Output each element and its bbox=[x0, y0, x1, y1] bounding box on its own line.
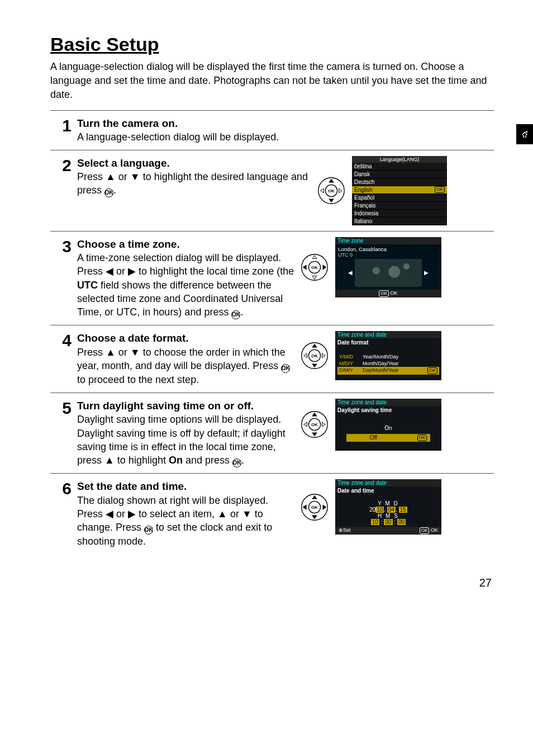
lang-option: Deutsch bbox=[352, 178, 447, 186]
screen-footer: ⊕Set OK OK bbox=[335, 527, 441, 535]
svg-point-1 bbox=[526, 131, 527, 133]
svg-text:OK: OK bbox=[311, 422, 318, 427]
svg-marker-19 bbox=[312, 344, 317, 348]
dpad-up-down-icon: OK bbox=[298, 408, 331, 441]
svg-marker-14 bbox=[303, 264, 307, 270]
step-number: 2 bbox=[50, 156, 72, 174]
up-icon: ▲ bbox=[217, 508, 227, 519]
svg-marker-6 bbox=[329, 199, 334, 202]
ymd-labels: Y M D bbox=[340, 500, 437, 507]
svg-text:OK: OK bbox=[328, 188, 335, 193]
page-number: 27 bbox=[50, 577, 494, 589]
svg-marker-5 bbox=[329, 178, 334, 182]
svg-marker-15 bbox=[323, 264, 327, 270]
svg-marker-21 bbox=[304, 353, 307, 358]
step-text: A time-zone selection dialog will be dis… bbox=[77, 251, 295, 319]
world-map bbox=[355, 259, 422, 287]
step-text: The dialog shown at right will be displa… bbox=[77, 494, 295, 549]
hms-labels: H M S bbox=[340, 513, 437, 519]
step-text: Press ▲ or ▼ to choose the order in whic… bbox=[77, 346, 295, 387]
step-title: Set the date and time. bbox=[77, 479, 295, 494]
dpad-left-right-icon: OK bbox=[298, 251, 331, 284]
up-icon: ▲ bbox=[106, 347, 116, 358]
screen-subtitle: Date format bbox=[335, 338, 441, 350]
up-icon: ▲ bbox=[104, 455, 115, 466]
step-text: Daylight saving time options will be dis… bbox=[77, 413, 295, 467]
step-6: 6 Set the date and time. The dialog show… bbox=[50, 474, 494, 554]
lang-option: Italiano bbox=[352, 218, 447, 225]
ok-icon: OK bbox=[232, 459, 241, 467]
step-title: Choose a time zone. bbox=[77, 237, 295, 252]
ok-icon: OK bbox=[104, 188, 113, 197]
svg-marker-34 bbox=[312, 515, 317, 519]
svg-text:OK: OK bbox=[311, 353, 318, 358]
setup-tab-icon bbox=[520, 129, 530, 139]
timezone-screen: Time zone London, Casablanca UTC 0 ◀ ▶ O… bbox=[335, 237, 441, 297]
dpad-all-icon: OK bbox=[298, 491, 331, 523]
intro-text: A language-selection dialog will be disp… bbox=[50, 60, 494, 102]
svg-marker-27 bbox=[312, 433, 317, 437]
datetime-screen: Time zone and date Date and time Y M D 2… bbox=[335, 479, 441, 535]
dpad-up-down-icon: OK bbox=[298, 339, 331, 372]
svg-marker-26 bbox=[312, 413, 317, 417]
dpad-up-down-icon: OK bbox=[315, 174, 348, 207]
left-icon: ◀ bbox=[106, 266, 113, 277]
ok-badge: OK bbox=[417, 434, 427, 441]
language-screen: Language(LANG) čeština Dansk Deutsch Eng… bbox=[352, 156, 447, 225]
screen-title: Language(LANG) bbox=[352, 156, 447, 163]
left-icon: ◀ bbox=[348, 270, 353, 276]
side-tab bbox=[516, 124, 533, 144]
svg-text:OK: OK bbox=[311, 264, 318, 270]
dateformat-screen: Time zone and date Date format Y/M/DYear… bbox=[335, 331, 441, 380]
step-number: 5 bbox=[50, 399, 72, 417]
step-number: 6 bbox=[50, 479, 72, 497]
screen-title: Time zone and date bbox=[335, 331, 441, 338]
df-option-selected: D/M/YDay/Month/YearOK bbox=[337, 367, 439, 375]
tz-location: London, Casablanca bbox=[338, 246, 439, 252]
step-number: 4 bbox=[50, 331, 72, 349]
step-number: 3 bbox=[50, 237, 72, 255]
step-title: Turn the camera on. bbox=[77, 116, 494, 131]
ok-icon: OK bbox=[144, 526, 153, 535]
step-title: Turn daylight saving time on or off. bbox=[77, 399, 295, 413]
step-2: 2 Select a language. Press ▲ or ▼ to hig… bbox=[50, 150, 494, 231]
ok-icon: OK bbox=[281, 364, 290, 373]
ok-icon: OK bbox=[231, 310, 240, 319]
svg-marker-22 bbox=[322, 353, 326, 358]
ok-badge: OK bbox=[427, 367, 437, 374]
svg-marker-7 bbox=[321, 188, 324, 193]
down-icon: ▼ bbox=[242, 508, 252, 519]
lang-option: Español bbox=[352, 194, 447, 202]
lang-option: čeština bbox=[352, 163, 447, 171]
screen-title: Time zone bbox=[335, 237, 441, 244]
step-1: 1 Turn the camera on. A language-selecti… bbox=[50, 111, 494, 150]
svg-marker-8 bbox=[339, 188, 342, 193]
dst-off-selected: OffOK bbox=[346, 434, 430, 442]
hms-values: 10 : 00 : 00 bbox=[340, 519, 437, 525]
step-text: Press ▲ or ▼ to highlight the desired la… bbox=[77, 170, 312, 197]
step-5: 5 Turn daylight saving time on or off. D… bbox=[50, 393, 494, 474]
ok-badge: OK bbox=[435, 186, 445, 193]
lang-option-selected: English OK bbox=[352, 186, 447, 194]
svg-marker-12 bbox=[312, 255, 317, 258]
right-icon: ▶ bbox=[424, 270, 429, 276]
step-4: 4 Choose a date format. Press ▲ or ▼ to … bbox=[50, 325, 494, 392]
right-icon: ▶ bbox=[128, 266, 136, 277]
screen-subtitle: Daylight saving time bbox=[335, 406, 441, 418]
lang-option: Indonesia bbox=[352, 210, 447, 218]
screen-footer: OK OK bbox=[335, 290, 441, 297]
svg-marker-35 bbox=[303, 504, 307, 510]
step-3: 3 Choose a time zone. A time-zone select… bbox=[50, 231, 494, 325]
svg-marker-28 bbox=[304, 422, 307, 427]
svg-marker-36 bbox=[323, 504, 327, 510]
screen-title: Time zone and date bbox=[335, 399, 441, 406]
svg-text:OK: OK bbox=[311, 504, 318, 509]
screen-title: Time zone and date bbox=[335, 479, 441, 486]
df-option: Y/M/DYear/Month/Day bbox=[337, 353, 439, 360]
step-title: Choose a date format. bbox=[77, 331, 295, 346]
left-icon: ◀ bbox=[106, 508, 113, 519]
right-icon: ▶ bbox=[128, 508, 136, 519]
dst-screen: Time zone and date Daylight saving time … bbox=[335, 399, 441, 451]
page-title: Basic Setup bbox=[50, 34, 494, 55]
step-number: 1 bbox=[50, 116, 72, 134]
